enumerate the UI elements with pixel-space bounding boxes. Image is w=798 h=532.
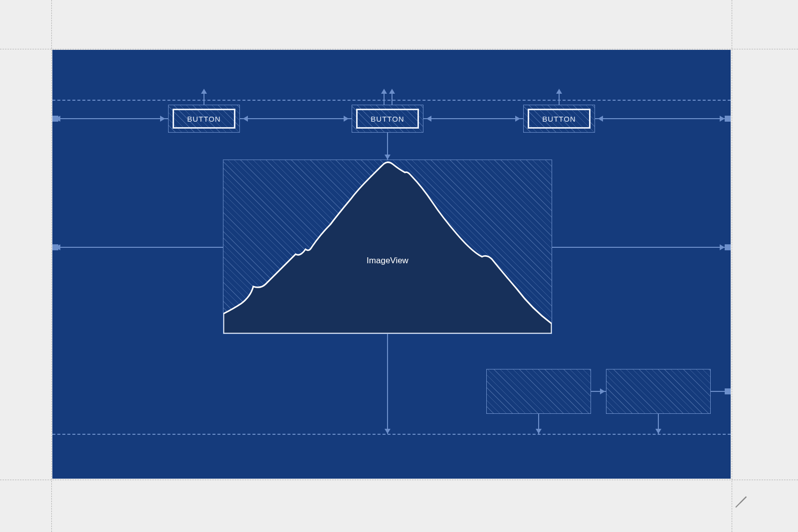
button-1[interactable]: BUTTON bbox=[168, 105, 240, 133]
arrow-icon bbox=[598, 116, 603, 122]
button-3[interactable]: BUTTON bbox=[523, 105, 595, 133]
arrow-icon bbox=[655, 429, 661, 434]
resize-handle-icon[interactable] bbox=[732, 482, 747, 497]
arrow-icon bbox=[389, 89, 395, 94]
blueprint-surface[interactable]: BUTTON BUTTON BUTTON I bbox=[52, 50, 731, 479]
anchor-right-edge-3 bbox=[725, 388, 731, 394]
mountain-icon bbox=[223, 160, 552, 334]
arrow-icon bbox=[720, 116, 725, 122]
imageview[interactable]: ImageView bbox=[223, 160, 552, 334]
imageview-label: ImageView bbox=[367, 256, 408, 266]
arrow-icon bbox=[55, 116, 60, 122]
guideline-bottom[interactable] bbox=[52, 434, 731, 435]
constraint-image-bottom bbox=[387, 334, 388, 434]
button-1-inner: BUTTON bbox=[173, 109, 235, 129]
constraint-btn1-left bbox=[52, 118, 168, 119]
margin-guide-right bbox=[732, 0, 732, 532]
constraint-btn3-right bbox=[595, 118, 731, 119]
margin-guide-top bbox=[0, 49, 798, 49]
footer-box-2[interactable] bbox=[606, 369, 711, 414]
constraint-btn1-btn2 bbox=[240, 118, 352, 119]
arrow-icon bbox=[55, 244, 60, 250]
arrow-icon bbox=[515, 116, 520, 122]
arrow-icon bbox=[536, 429, 542, 434]
button-3-inner: BUTTON bbox=[528, 109, 591, 129]
constraint-image-right bbox=[552, 247, 731, 248]
button-1-label: BUTTON bbox=[187, 115, 220, 123]
button-2-label: BUTTON bbox=[371, 115, 404, 123]
arrow-icon bbox=[600, 388, 605, 394]
constraint-btn2-btn3 bbox=[423, 118, 523, 119]
arrow-icon bbox=[556, 89, 562, 94]
constraint-image-left bbox=[52, 247, 223, 248]
button-2[interactable]: BUTTON bbox=[352, 105, 423, 133]
button-3-label: BUTTON bbox=[542, 115, 576, 123]
footer-box-1[interactable] bbox=[486, 369, 591, 414]
margin-guide-bottom bbox=[0, 480, 798, 480]
arrow-icon bbox=[201, 89, 207, 94]
arrow-icon bbox=[720, 244, 725, 250]
button-2-inner: BUTTON bbox=[356, 109, 419, 129]
arrow-icon bbox=[344, 116, 349, 122]
arrow-icon bbox=[243, 116, 248, 122]
layout-editor-canvas: BUTTON BUTTON BUTTON I bbox=[0, 0, 798, 532]
arrow-icon bbox=[381, 89, 387, 94]
arrow-icon bbox=[385, 155, 391, 160]
arrow-icon bbox=[385, 429, 391, 434]
margin-guide-left bbox=[51, 0, 52, 532]
arrow-icon bbox=[426, 116, 431, 122]
anchor-right-edge-2 bbox=[725, 244, 731, 250]
arrow-icon bbox=[160, 116, 165, 122]
anchor-right-edge bbox=[725, 116, 731, 122]
